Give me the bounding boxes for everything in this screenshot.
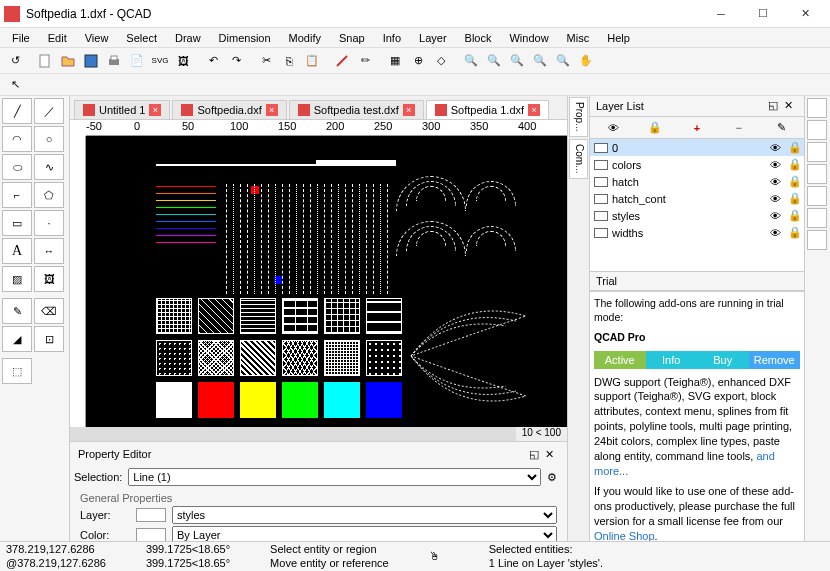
view-button-1[interactable]: [807, 98, 827, 118]
polyline-tool[interactable]: ⌐: [2, 182, 32, 208]
lock-icon[interactable]: 🔒: [788, 192, 800, 205]
active-button[interactable]: Active: [594, 351, 646, 369]
info-tool[interactable]: ◢: [2, 326, 32, 352]
menu-view[interactable]: View: [77, 30, 117, 46]
zoom-previous-button[interactable]: 🔍: [552, 50, 574, 72]
close-tab-icon[interactable]: ×: [266, 104, 278, 116]
view-button-6[interactable]: [807, 208, 827, 228]
view-button-7[interactable]: [807, 230, 827, 250]
lock-icon[interactable]: 🔒: [788, 158, 800, 171]
view-button-2[interactable]: [807, 120, 827, 140]
measure-tool[interactable]: ⊡: [34, 326, 64, 352]
close-panel-icon[interactable]: ✕: [784, 99, 798, 113]
layer-item-styles[interactable]: styles👁🔒: [590, 207, 804, 224]
menu-snap[interactable]: Snap: [331, 30, 373, 46]
layer-item-colors[interactable]: colors👁🔒: [590, 156, 804, 173]
tab-softpedia-dxf[interactable]: Softpedia.dxf×: [172, 100, 286, 119]
undock-icon[interactable]: ◱: [529, 448, 543, 462]
menu-edit[interactable]: Edit: [40, 30, 75, 46]
layer-dropdown[interactable]: styles: [172, 506, 557, 524]
lock-icon[interactable]: 🔒: [788, 209, 800, 222]
layer-lock-button[interactable]: 🔒: [645, 119, 665, 137]
vtab-Prop[interactable]: Prop...: [569, 97, 588, 137]
svg-export-button[interactable]: SVG: [149, 50, 171, 72]
draw-tool-button[interactable]: ✏: [354, 50, 376, 72]
copy-button[interactable]: ⎘: [278, 50, 300, 72]
snap-grid-button[interactable]: ▦: [384, 50, 406, 72]
menu-layer[interactable]: Layer: [411, 30, 455, 46]
menu-modify[interactable]: Modify: [281, 30, 329, 46]
view-button-5[interactable]: [807, 186, 827, 206]
arc-tool[interactable]: ◠: [2, 126, 32, 152]
dimension-tool[interactable]: ↔: [34, 238, 64, 264]
layer-item-widths[interactable]: widths👁🔒: [590, 224, 804, 241]
pointer-tool-button[interactable]: ↖: [4, 74, 26, 96]
layer-edit-button[interactable]: ✎: [771, 119, 791, 137]
line-seg-tool[interactable]: ／: [34, 98, 64, 124]
line-tool[interactable]: ╱: [2, 98, 32, 124]
filter-icon[interactable]: ⚙: [547, 471, 563, 484]
bitmap-export-button[interactable]: 🖼: [172, 50, 194, 72]
eye-icon[interactable]: 👁: [770, 159, 784, 171]
open-file-button[interactable]: [57, 50, 79, 72]
minimize-button[interactable]: ─: [700, 1, 742, 27]
zoom-in-button[interactable]: 🔍: [460, 50, 482, 72]
layer-item-hatch_cont[interactable]: hatch_cont👁🔒: [590, 190, 804, 207]
close-tab-icon[interactable]: ×: [528, 104, 540, 116]
layer-item-hatch[interactable]: hatch👁🔒: [590, 173, 804, 190]
draw-line-button[interactable]: [331, 50, 353, 72]
zoom-auto-button[interactable]: 🔍: [506, 50, 528, 72]
erase-tool[interactable]: ⌫: [34, 298, 64, 324]
point-tool[interactable]: ·: [34, 210, 64, 236]
layer-visibility-button[interactable]: 👁: [603, 119, 623, 137]
menu-dimension[interactable]: Dimension: [211, 30, 279, 46]
rect-tool[interactable]: ▭: [2, 210, 32, 236]
menu-window[interactable]: Window: [501, 30, 556, 46]
eye-icon[interactable]: 👁: [770, 176, 784, 188]
selection-dropdown[interactable]: Line (1): [128, 468, 541, 486]
eye-icon[interactable]: 👁: [770, 193, 784, 205]
pdf-export-button[interactable]: 📄: [126, 50, 148, 72]
buy-button[interactable]: Buy: [697, 351, 749, 369]
close-tab-icon[interactable]: ×: [149, 104, 161, 116]
block-tool[interactable]: ⬚: [2, 358, 32, 384]
circle-tool[interactable]: ○: [34, 126, 64, 152]
snap-end-button[interactable]: ◇: [430, 50, 452, 72]
menu-file[interactable]: File: [4, 30, 38, 46]
view-button-4[interactable]: [807, 164, 827, 184]
undo-button[interactable]: ↶: [202, 50, 224, 72]
new-file-button[interactable]: [34, 50, 56, 72]
cut-button[interactable]: ✂: [255, 50, 277, 72]
tab-untitled-1[interactable]: Untitled 1×: [74, 100, 170, 119]
eye-icon[interactable]: 👁: [770, 210, 784, 222]
menu-misc[interactable]: Misc: [559, 30, 598, 46]
lock-icon[interactable]: 🔒: [788, 226, 800, 239]
layer-remove-button[interactable]: −: [729, 119, 749, 137]
spline-tool[interactable]: ∿: [34, 154, 64, 180]
menu-block[interactable]: Block: [457, 30, 500, 46]
print-button[interactable]: [103, 50, 125, 72]
menu-select[interactable]: Select: [118, 30, 165, 46]
menu-info[interactable]: Info: [375, 30, 409, 46]
menu-draw[interactable]: Draw: [167, 30, 209, 46]
tab-softpedia-test-dxf[interactable]: Softpedia test.dxf×: [289, 100, 424, 119]
hatch-tool[interactable]: ▨: [2, 266, 32, 292]
polygon-tool[interactable]: ⬠: [34, 182, 64, 208]
maximize-button[interactable]: ☐: [742, 1, 784, 27]
image-tool[interactable]: 🖼: [34, 266, 64, 292]
snap-auto-button[interactable]: ⊕: [407, 50, 429, 72]
online-shop-link[interactable]: Online Shop: [594, 530, 655, 541]
lock-icon[interactable]: 🔒: [788, 175, 800, 188]
pan-button[interactable]: ✋: [575, 50, 597, 72]
remove-button[interactable]: Remove: [749, 351, 801, 369]
eye-icon[interactable]: 👁: [770, 227, 784, 239]
drawing-canvas[interactable]: [86, 136, 567, 427]
paste-button[interactable]: 📋: [301, 50, 323, 72]
close-panel-icon[interactable]: ✕: [545, 448, 559, 462]
text-tool[interactable]: A: [2, 238, 32, 264]
view-button-3[interactable]: [807, 142, 827, 162]
close-button[interactable]: ✕: [784, 1, 826, 27]
reset-tool-button[interactable]: ↺: [4, 50, 26, 72]
modify-tool[interactable]: ✎: [2, 298, 32, 324]
menu-help[interactable]: Help: [599, 30, 638, 46]
